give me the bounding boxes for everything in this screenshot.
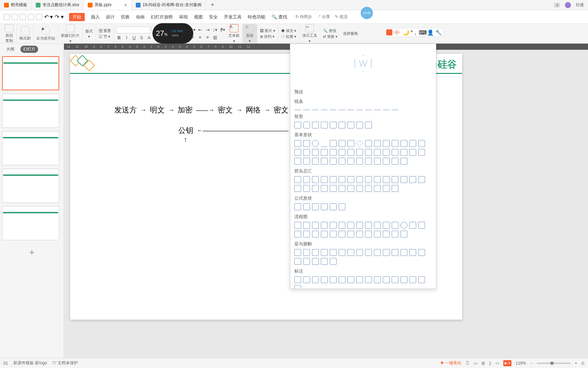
sun-shape[interactable]: [321, 158, 328, 165]
fc-manual-shape[interactable]: [392, 222, 398, 229]
plus-shape[interactable]: [347, 149, 354, 156]
callout-line3-shape[interactable]: [347, 276, 354, 283]
callout-border3-shape[interactable]: [409, 276, 416, 283]
arrow-callout-shape[interactable]: [347, 185, 354, 192]
textdir-icon[interactable]: ⁋▾: [219, 27, 226, 33]
divide-shape[interactable]: [321, 203, 328, 210]
beautify-button[interactable]: ◈ 一键美化: [440, 360, 461, 366]
arrow-left-shape[interactable]: [303, 176, 310, 183]
chord-shape[interactable]: [294, 149, 301, 156]
view-sorter-icon[interactable]: ⊞: [481, 361, 485, 366]
fc-data-shape[interactable]: [321, 222, 328, 229]
callout-oval-shape[interactable]: [312, 276, 319, 283]
fc-predefined-shape[interactable]: [330, 222, 337, 229]
arrow-chevron-shape[interactable]: [303, 185, 310, 192]
arrow-callout-shape[interactable]: [374, 185, 381, 192]
star5-shape[interactable]: [321, 249, 328, 256]
fc-decision-shape[interactable]: [312, 222, 319, 229]
arrow-uturn-shape[interactable]: [365, 176, 372, 183]
elbow-shape[interactable]: [330, 107, 337, 110]
menu-transition[interactable]: 切换: [121, 13, 130, 21]
bevel-shape[interactable]: [383, 149, 390, 156]
decagon-shape[interactable]: [401, 140, 407, 147]
slides-tab[interactable]: 幻灯片: [20, 46, 38, 53]
star10-shape[interactable]: [356, 249, 363, 256]
hexagon-shape[interactable]: [374, 140, 381, 147]
menu-design[interactable]: 设计: [106, 13, 115, 21]
vertical-scroll-shape[interactable]: [303, 258, 310, 265]
star12-shape[interactable]: [365, 249, 372, 256]
callout-rect-shape[interactable]: [294, 276, 301, 283]
italic-icon[interactable]: I: [124, 35, 130, 41]
plaque-shape[interactable]: [356, 149, 363, 156]
star24-shape[interactable]: [383, 249, 390, 256]
view-normal-icon[interactable]: ▭: [474, 361, 477, 366]
pentagon-shape[interactable]: [365, 140, 372, 147]
fill-button[interactable]: ◆ 填充 ▾: [281, 28, 296, 33]
star16-shape[interactable]: [374, 249, 381, 256]
ime-icon[interactable]: 中: [394, 29, 401, 35]
fc-process-shape[interactable]: [294, 222, 301, 229]
arrow-callout-shape[interactable]: [321, 185, 328, 192]
frame-shape[interactable]: [312, 149, 319, 156]
fc-connector-shape[interactable]: [401, 222, 407, 229]
lshape-shape[interactable]: [330, 149, 337, 156]
tab-xlsx[interactable]: 专注点数统计表.xlsx: [32, 0, 84, 10]
comma-icon[interactable]: °，: [411, 29, 417, 35]
callout-line-shape[interactable]: [330, 276, 337, 283]
timer-overlay[interactable]: 03:56: [361, 7, 373, 19]
open-icon[interactable]: [12, 14, 18, 20]
arrow-striped-shape[interactable]: [409, 176, 416, 183]
sync-button[interactable]: ↻ 待同步: [295, 14, 312, 20]
ribbon-shape[interactable]: [401, 249, 407, 256]
minus-shape[interactable]: [303, 203, 310, 210]
start-from-current[interactable]: ▶从当前开始: [34, 24, 58, 43]
slide-thumb-3[interactable]: [2, 131, 59, 165]
connector-shape[interactable]: [321, 107, 328, 110]
callout-accent2-shape[interactable]: [374, 276, 381, 283]
slide-thumb-4[interactable]: [2, 169, 59, 203]
fc-seqaccess-shape[interactable]: [374, 231, 381, 237]
bracket2-shape[interactable]: [374, 158, 381, 165]
zoom-in-icon[interactable]: +: [575, 361, 577, 366]
lightning-shape[interactable]: [312, 158, 319, 165]
star32-shape[interactable]: [392, 249, 398, 256]
columns-icon[interactable]: ▥: [212, 34, 218, 41]
freeform-shape[interactable]: [365, 107, 372, 110]
redo-icon[interactable]: ↷ ▾: [55, 14, 63, 20]
textbox-button[interactable]: A文本框▾: [226, 24, 243, 43]
find-button[interactable]: 🔍 查找: [323, 28, 336, 33]
fc-stored-shape[interactable]: [356, 231, 363, 237]
arrow-down-shape[interactable]: [321, 176, 328, 183]
textbox-shape[interactable]: [294, 140, 301, 147]
replace-button[interactable]: ⇄ 替换 ▾: [323, 34, 338, 39]
keyboard-icon[interactable]: ⌨: [419, 29, 425, 35]
curve-shape[interactable]: [347, 107, 354, 110]
search-menu[interactable]: 🔍 查找: [272, 13, 287, 21]
callout-line4-shape[interactable]: [356, 276, 363, 283]
hint-icon[interactable]: 三: [466, 360, 470, 366]
rect-shape[interactable]: [330, 122, 337, 128]
moon-icon[interactable]: 🌙: [403, 29, 409, 35]
callout-cloud-shape[interactable]: [321, 276, 328, 283]
fc-display-shape[interactable]: [401, 231, 407, 237]
callout-accent-shape[interactable]: [365, 276, 372, 283]
fc-document-shape[interactable]: [347, 222, 354, 229]
fc-directaccess-shape[interactable]: [392, 231, 398, 237]
folded-shape[interactable]: [418, 149, 425, 156]
fc-or-shape[interactable]: [312, 231, 319, 237]
floating-toolbar[interactable]: 中 🌙 °， ⌨ 👤 🔧: [384, 28, 444, 37]
undo-icon[interactable]: ↶ ▾: [44, 14, 53, 20]
fontcolor-icon[interactable]: A: [146, 35, 152, 41]
shape-button[interactable]: ◇形状▾: [243, 24, 257, 43]
format-painter[interactable]: 格式刷: [17, 24, 34, 43]
notification-badge[interactable]: 3: [554, 3, 560, 7]
arrow-quad-shape[interactable]: [347, 176, 354, 183]
line-shape[interactable]: [294, 107, 301, 110]
bracket-shape[interactable]: [356, 158, 363, 165]
callout-border5-shape[interactable]: [294, 285, 301, 289]
tab-pptx[interactable]: 黑板.pptx✕: [84, 0, 132, 10]
new-slide[interactable]: 新建幻灯片▾: [58, 24, 83, 43]
fc-manual-shape[interactable]: [383, 222, 390, 229]
equal-shape[interactable]: [330, 203, 337, 210]
